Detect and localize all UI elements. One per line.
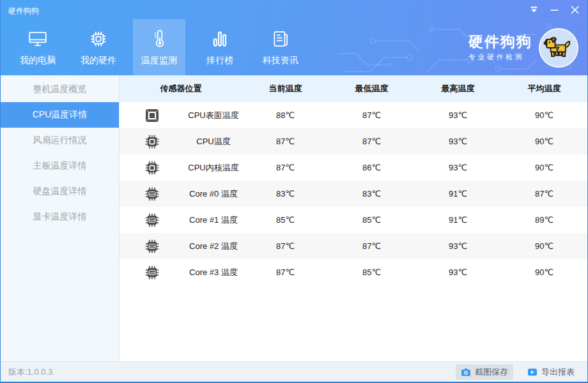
bar-chart-icon — [210, 29, 230, 49]
max-temp: 91℃ — [415, 189, 501, 199]
status-bar: 版本:1.0.0.3 截图保存 — [1, 361, 587, 382]
main-nav: 我的电脑 我的硬件 — [12, 19, 307, 75]
sidebar-item[interactable]: 硬盘温度详情 — [1, 179, 119, 204]
current-temp: 88℃ — [242, 110, 329, 120]
footer-actions: 截图保存 导出报表 — [456, 364, 580, 380]
temperature-table: 传感器位置 当前温度 最低温度 最高温度 平均温度 CPU表面温度88℃87℃9… — [120, 75, 587, 363]
svg-text:core: core — [150, 271, 155, 274]
thermometer-icon — [149, 29, 169, 49]
sidebar-item[interactable]: 显卡温度详情 — [1, 204, 119, 230]
sensor-name: CPU内核温度 — [185, 162, 242, 174]
sensor-name: Core #1 温度 — [185, 214, 242, 226]
tab-label: 我的电脑 — [20, 55, 56, 66]
avg-temp: 89℃ — [501, 215, 587, 225]
avg-temp: 87℃ — [501, 189, 587, 199]
tab-rankings[interactable]: 排行榜 — [194, 19, 246, 75]
tab-label: 温度监测 — [141, 55, 177, 66]
app-window: 硬件狗狗 — [0, 0, 588, 383]
column-header-max: 最高温度 — [415, 83, 501, 94]
sensor-name: Core #3 温度 — [185, 267, 242, 278]
menu-dropdown-icon[interactable] — [526, 2, 541, 17]
sensor-name: CPU表面温度 — [185, 110, 242, 121]
tab-label: 我的硬件 — [81, 55, 116, 66]
min-temp: 83℃ — [329, 189, 415, 199]
export-icon — [527, 367, 538, 377]
svg-text:core: core — [150, 192, 155, 195]
min-temp: 87℃ — [329, 137, 415, 146]
column-header-avg: 平均温度 — [501, 83, 587, 94]
avg-temp: 90℃ — [501, 267, 587, 277]
max-temp: 93℃ — [415, 241, 501, 251]
current-temp: 87℃ — [242, 163, 329, 172]
brand: 硬件狗狗 专业硬件检测 — [468, 28, 578, 68]
app-header: 硬件狗狗 — [1, 0, 587, 75]
sidebar-item[interactable]: 主板温度详情 — [1, 153, 119, 179]
screenshot-save-button[interactable]: 截图保存 — [456, 364, 513, 380]
max-temp: 93℃ — [415, 267, 501, 277]
dog-logo — [539, 28, 578, 68]
sensor-name: Core #0 温度 — [185, 188, 242, 200]
cpu-surface-icon — [120, 107, 185, 124]
camera-icon — [461, 367, 471, 377]
min-temp: 86℃ — [329, 163, 415, 172]
current-temp: 85℃ — [242, 215, 329, 225]
table-row: coreCore #2 温度87℃87℃93℃90℃ — [120, 233, 587, 259]
version-label: 版本:1.0.0.3 — [8, 366, 52, 378]
current-temp: 87℃ — [242, 267, 329, 277]
column-header-current: 当前温度 — [242, 83, 329, 94]
export-report-label: 导出报表 — [541, 366, 575, 378]
cpu-core-icon: core — [120, 186, 185, 202]
news-icon — [270, 29, 291, 49]
avg-temp: 90℃ — [501, 241, 587, 251]
table-body: CPU表面温度88℃87℃93℃90℃CPU温度87℃87℃93℃90℃CPU内… — [120, 102, 587, 285]
window-controls — [526, 0, 582, 19]
table-row: CPU内核温度87℃86℃93℃90℃ — [120, 154, 587, 181]
max-temp: 93℃ — [415, 110, 501, 120]
table-row: coreCore #1 温度85℃85℃91℃89℃ — [120, 207, 587, 233]
avg-temp: 90℃ — [501, 163, 587, 172]
current-temp: 87℃ — [242, 241, 329, 251]
cpu-core-icon: core — [120, 212, 185, 229]
sensor-name: CPU温度 — [185, 136, 242, 147]
cpu-core-icon: core — [120, 238, 185, 255]
avg-temp: 90℃ — [501, 110, 587, 120]
brand-tagline: 专业硬件检测 — [468, 52, 532, 62]
table-header-row: 传感器位置 当前温度 最低温度 最高温度 平均温度 — [120, 75, 587, 102]
title-bar[interactable]: 硬件狗狗 — [1, 0, 587, 19]
column-header-sensor: 传感器位置 — [120, 83, 242, 94]
tab-tech-news[interactable]: 科技资讯 — [254, 19, 307, 75]
close-icon[interactable] — [567, 2, 582, 17]
cpu-chip-icon — [120, 160, 185, 176]
max-temp: 91℃ — [415, 215, 501, 225]
cpu-chip-icon — [120, 133, 185, 150]
tab-my-hardware[interactable]: 我的硬件 — [72, 19, 125, 75]
table-row: CPU温度87℃87℃93℃90℃ — [120, 128, 587, 154]
svg-text:core: core — [150, 244, 155, 248]
tab-temperature-monitor[interactable]: 温度监测 — [133, 19, 185, 75]
column-header-min: 最低温度 — [329, 83, 415, 94]
sidebar-item[interactable]: CPU温度详情 — [1, 102, 119, 128]
content-area: 整机温度概览CPU温度详情风扇运行情况主板温度详情硬盘温度详情显卡温度详情 传感… — [1, 75, 587, 363]
export-report-button[interactable]: 导出报表 — [522, 364, 580, 380]
tab-my-computer[interactable]: 我的电脑 — [12, 19, 64, 75]
sidebar: 整机温度概览CPU温度详情风扇运行情况主板温度详情硬盘温度详情显卡温度详情 — [1, 75, 120, 363]
tab-label: 排行榜 — [206, 55, 233, 66]
table-row: coreCore #0 温度83℃83℃91℃87℃ — [120, 181, 587, 207]
sidebar-item[interactable]: 风扇运行情况 — [1, 128, 119, 153]
min-temp: 87℃ — [329, 241, 415, 251]
table-row: CPU表面温度88℃87℃93℃90℃ — [120, 102, 587, 128]
computer-icon — [27, 29, 48, 49]
min-temp: 87℃ — [329, 110, 415, 120]
min-temp: 85℃ — [329, 215, 415, 225]
sidebar-item[interactable]: 整机温度概览 — [1, 77, 119, 102]
minimize-icon[interactable] — [546, 2, 562, 17]
min-temp: 85℃ — [329, 267, 415, 277]
current-temp: 87℃ — [242, 137, 329, 146]
window-title: 硬件狗狗 — [8, 6, 39, 17]
sensor-name: Core #2 温度 — [185, 241, 242, 252]
avg-temp: 90℃ — [501, 137, 587, 146]
chip-icon — [88, 29, 109, 49]
current-temp: 83℃ — [242, 189, 329, 199]
cpu-core-icon: core — [120, 264, 185, 281]
screenshot-save-label: 截图保存 — [475, 366, 508, 378]
